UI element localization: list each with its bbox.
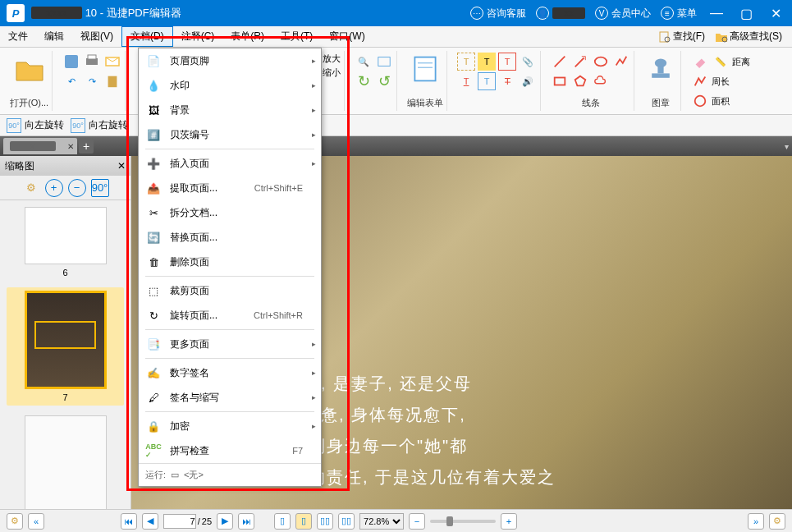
perimeter-tool[interactable] — [691, 72, 709, 90]
cloud-tool[interactable] — [592, 72, 610, 90]
menu-edit[interactable]: 编辑 — [36, 26, 72, 47]
thumbnail-8[interactable]: 8 — [7, 415, 124, 509]
eraser-tool[interactable] — [691, 53, 709, 71]
print-button[interactable] — [83, 53, 101, 71]
advanced-find-button[interactable]: 高级查找(S) — [712, 28, 785, 45]
polyline-tool[interactable] — [612, 53, 630, 71]
highlight-tool[interactable]: T — [478, 53, 496, 71]
user-button[interactable]: 👤xx — [536, 7, 585, 20]
prev-page-button[interactable]: ◀ — [142, 513, 158, 530]
sidebar-zoom-out-button[interactable]: − — [68, 179, 86, 197]
distance-tool[interactable]: 📏 — [712, 53, 730, 71]
polygon-tool[interactable] — [571, 72, 589, 90]
thumbnail-6[interactable]: 6 — [7, 207, 124, 277]
rotate-right-button[interactable]: 90°向右旋转 — [71, 118, 128, 133]
area-tool[interactable] — [691, 92, 709, 110]
text-box-tool[interactable]: T — [478, 72, 496, 90]
paste-button[interactable] — [103, 72, 121, 90]
zoom-in-button[interactable]: + — [501, 513, 517, 530]
menuitem-bates[interactable]: #️⃣贝茨编号▸ — [139, 122, 321, 147]
zoom-button[interactable]: 🔍 — [355, 53, 373, 71]
menuitem-delete-page[interactable]: 🗑删除页面 — [139, 250, 321, 274]
ellipse-tool[interactable] — [592, 53, 610, 71]
find-button[interactable]: 查找(F) — [655, 28, 708, 45]
main-menu-button[interactable]: ≡菜单 — [661, 7, 697, 21]
save-button[interactable] — [62, 53, 80, 71]
email-button[interactable] — [103, 53, 121, 71]
rect-text-tool[interactable]: T — [498, 53, 516, 71]
stamp-button[interactable] — [644, 53, 677, 85]
menuitem-background[interactable]: 🖼背景▸ — [139, 98, 321, 122]
line-tool[interactable] — [551, 53, 569, 71]
menuitem-more-pages[interactable]: 📑更多页面▸ — [139, 332, 321, 356]
menuitem-split-doc[interactable]: ✂拆分文档... — [139, 200, 321, 225]
open-file-button[interactable] — [13, 53, 46, 85]
edit-form-button[interactable] — [409, 53, 442, 85]
maximize-button[interactable]: ▢ — [736, 6, 756, 21]
menu-document[interactable]: 文档(D) — [121, 26, 173, 47]
member-button[interactable]: V会员中心 — [595, 7, 651, 21]
undo-button[interactable]: ↶ — [62, 72, 80, 90]
attach-tool[interactable]: 📎 — [519, 53, 537, 71]
sidebar-settings-button[interactable]: ⚙ — [22, 179, 40, 197]
first-page-button[interactable]: ⏮ — [121, 513, 137, 530]
menu-file[interactable]: 文件 — [0, 26, 36, 47]
view-facing-button[interactable]: ▯▯ — [317, 513, 333, 530]
view-facing-cont-button[interactable]: ▯▯ — [338, 513, 355, 530]
zoom-select[interactable]: 72.8% — [359, 513, 404, 530]
tab-document[interactable]: x✕ — [3, 138, 77, 154]
sidebar-close-icon[interactable]: ✕ — [117, 160, 126, 172]
bates-icon: #️⃣ — [145, 126, 162, 143]
sidebar-rotate-button[interactable]: 90° — [91, 179, 109, 197]
fit-button[interactable] — [375, 53, 393, 71]
menuitem-replace-page[interactable]: 🔄替换页面... — [139, 225, 321, 250]
menuitem-rotate-page[interactable]: ↻旋转页面...Ctrl+Shift+R — [139, 303, 321, 328]
sb-collapse-button[interactable]: » — [748, 513, 764, 530]
menu-tools[interactable]: 工具(T) — [272, 26, 321, 47]
user-icon: 👤 — [536, 7, 549, 20]
sb-expand-button[interactable]: « — [28, 513, 44, 530]
sb-settings-button[interactable]: ⚙ — [7, 513, 23, 530]
menuitem-encrypt[interactable]: 🔒加密▸ — [139, 414, 321, 438]
menu-form[interactable]: 表单(R) — [222, 26, 272, 47]
menuitem-watermark[interactable]: 💧水印▸ — [139, 73, 321, 98]
audio-tool[interactable]: 🔊 — [519, 72, 537, 90]
minimize-button[interactable]: — — [707, 6, 726, 21]
rotate-cw-button[interactable]: ↻ — [355, 72, 373, 90]
menuitem-insert-page[interactable]: ➕插入页面▸ — [139, 151, 321, 176]
tabs-menu-button[interactable]: ▾ — [785, 142, 789, 151]
last-page-button[interactable]: ⏭ — [238, 513, 254, 530]
menu-comment[interactable]: 注释(C) — [173, 26, 223, 47]
underline-tool[interactable]: T — [457, 72, 475, 90]
zoom-slider[interactable] — [430, 520, 496, 523]
next-page-button[interactable]: ▶ — [217, 513, 233, 530]
rect-tool[interactable] — [551, 72, 569, 90]
rotate-left-button[interactable]: 90°向左旋转 — [7, 118, 64, 133]
find-icon — [658, 30, 671, 44]
tab-close-icon[interactable]: ✕ — [67, 142, 74, 151]
text-tool[interactable]: T — [457, 53, 475, 71]
close-button[interactable]: ✕ — [766, 6, 785, 21]
thumbnail-7[interactable]: 7 — [7, 287, 124, 406]
redo-button[interactable]: ↷ — [83, 72, 101, 90]
rotate-ccw-button[interactable]: ↺ — [375, 72, 393, 90]
menuitem-digital-sign[interactable]: ✍数字签名▸ — [139, 360, 321, 385]
menuitem-header-footer[interactable]: 📄页眉页脚▸ — [139, 48, 321, 73]
menuitem-spellcheck[interactable]: ABC✓拼写检查F7 — [139, 438, 321, 463]
strike-tool[interactable]: T̶ — [498, 72, 516, 90]
sb-settings2-button[interactable]: ⚙ — [769, 513, 785, 530]
menu-window[interactable]: 窗口(W) — [321, 26, 373, 47]
menuitem-extract-page[interactable]: 📤提取页面...Ctrl+Shift+E — [139, 176, 321, 200]
menuitem-sign-initials[interactable]: 🖊签名与缩写▸ — [139, 385, 321, 410]
zoom-out-button[interactable]: − — [409, 513, 425, 530]
shortcut-label: Ctrl+Shift+E — [254, 183, 303, 193]
view-continuous-button[interactable]: ▯ — [295, 513, 312, 530]
consult-button[interactable]: ⋯咨询客服 — [470, 7, 526, 21]
add-tab-button[interactable]: + — [79, 139, 94, 154]
menuitem-crop-page[interactable]: ⬚裁剪页面 — [139, 278, 321, 303]
page-input[interactable] — [163, 514, 196, 529]
sidebar-zoom-in-button[interactable]: + — [45, 179, 63, 197]
view-single-button[interactable]: ▯ — [274, 513, 291, 530]
menu-view[interactable]: 视图(V) — [72, 26, 121, 47]
arrow-tool[interactable] — [571, 53, 589, 71]
